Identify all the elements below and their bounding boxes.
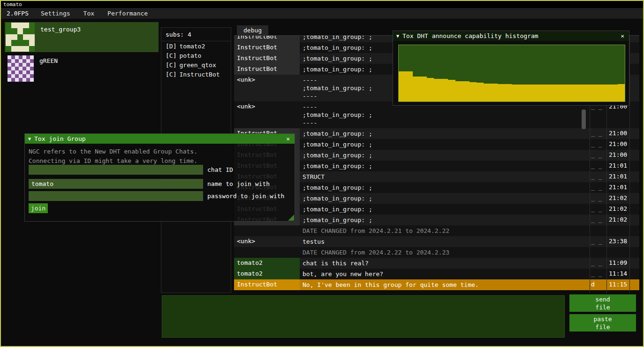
group-name: test_group3: [35, 22, 81, 52]
timestamp: 21:01: [606, 182, 629, 192]
paste-file-button[interactable]: paste file: [569, 314, 636, 332]
message-row[interactable]: tomato2chat is this real?_ _11:09: [234, 258, 639, 269]
delivery-marks: _ _: [590, 193, 606, 203]
delivery-marks: _ _: [590, 204, 606, 214]
timestamp: 21:00: [606, 150, 629, 160]
member-item[interactable]: [C]InstructBot: [161, 69, 231, 79]
timestamp: 21:02: [606, 204, 629, 214]
window-title: tomato: [3, 1, 22, 8]
timestamp: 21:00: [606, 139, 629, 149]
delivery-marks: _ _: [590, 171, 606, 181]
app-window: tomato 2.0FPS Settings Tox Performance t…: [0, 0, 644, 347]
column-separator: [629, 36, 630, 293]
timestamp: 21:02: [606, 193, 629, 203]
delivery-marks: _ _: [590, 139, 606, 149]
close-icon[interactable]: ×: [619, 32, 626, 39]
timestamp: 21:01: [606, 161, 629, 170]
window-title-text: Tox join Group: [34, 135, 86, 142]
message-row[interactable]: <unk>testus_ _23:38: [234, 236, 639, 247]
join-button[interactable]: join: [29, 203, 48, 213]
timestamp: 11:15: [606, 279, 629, 289]
members-count-header: subs: 4: [161, 28, 231, 41]
delivery-marks: _ _: [590, 161, 606, 170]
delivery-marks: _ _: [590, 269, 606, 278]
message-row-highlighted[interactable]: InstructBotNo, I've been in this group f…: [234, 279, 639, 290]
join-group-titlebar[interactable]: ▼ Tox join Group ×: [25, 134, 295, 144]
chat-scrollbar[interactable]: [582, 109, 586, 129]
timestamp: 21:02: [606, 215, 629, 224]
send-file-button[interactable]: send file: [569, 294, 636, 312]
timestamp: 23:38: [606, 236, 629, 246]
menubar: 2.0FPS Settings Tox Performance: [1, 8, 643, 19]
delivery-marks: _ _: [590, 128, 606, 138]
dht-histogram-plot: [398, 45, 625, 102]
join-name-label: name to join with: [203, 180, 270, 187]
timestamp: 21:01: [606, 171, 629, 181]
group-name: gREEN: [34, 54, 58, 84]
member-item[interactable]: [D]tomato2: [161, 41, 231, 51]
chat-id-label: chat ID: [203, 166, 233, 173]
delivery-marks: d: [590, 279, 606, 289]
timestamp: 11:14: [606, 269, 629, 278]
message-row[interactable]: tomato2bot, are you new here?_ _11:14: [234, 269, 639, 279]
group-avatar-icon: [8, 55, 34, 82]
timestamp: 11:09: [606, 258, 629, 268]
system-message-row: DATE CHANGED from 2024.2.21 to 2024.2.22: [234, 225, 639, 236]
join-password-label: password to join with: [203, 193, 284, 200]
group-item-test_group3[interactable]: test_group3: [5, 22, 159, 52]
tab-debug[interactable]: debug: [237, 25, 268, 36]
delivery-marks: _ _: [590, 150, 606, 160]
menu-performance[interactable]: Performance: [101, 10, 154, 17]
menu-settings[interactable]: Settings: [34, 10, 77, 17]
group-item-green[interactable]: gREEN: [5, 54, 159, 84]
collapse-icon[interactable]: ▼: [28, 136, 31, 141]
window-title-text: Tox DHT announce capability histogram: [402, 32, 538, 39]
join-name-input[interactable]: [29, 179, 203, 189]
delivery-marks: _ _: [590, 182, 606, 192]
message-input[interactable]: [162, 295, 565, 338]
chat-id-input[interactable]: [29, 165, 203, 175]
dht-histogram-titlebar[interactable]: ▼ Tox DHT announce capability histogram …: [393, 31, 629, 41]
close-icon[interactable]: ×: [285, 135, 291, 142]
delivery-marks: _ _: [590, 236, 606, 246]
join-password-input[interactable]: [29, 191, 203, 201]
join-group-window: ▼ Tox join Group × NGC refers to the New…: [24, 133, 295, 222]
member-item[interactable]: [C]potato: [161, 51, 231, 60]
dht-histogram-window: ▼ Tox DHT announce capability histogram …: [393, 31, 629, 106]
join-info-line: Connecting via ID might take a very long…: [29, 157, 197, 164]
fps-counter: 2.0FPS: [1, 10, 34, 17]
delivery-marks: _ _: [590, 215, 606, 224]
member-item[interactable]: [C]green_qtox: [161, 60, 231, 69]
resize-grip[interactable]: [288, 215, 294, 221]
collapse-icon[interactable]: ▼: [396, 33, 399, 39]
delivery-marks: _ _: [590, 258, 606, 268]
menu-tox[interactable]: Tox: [77, 10, 101, 17]
window-titlebar: tomato: [1, 1, 643, 8]
group-avatar-icon: [6, 23, 35, 52]
join-info-line: NGC refers to the New DHT enabled Group …: [29, 148, 197, 155]
timestamp: 21:00: [606, 128, 629, 138]
system-message-row: DATE CHANGED from 2024.2.22 to 2024.2.23: [234, 247, 639, 258]
